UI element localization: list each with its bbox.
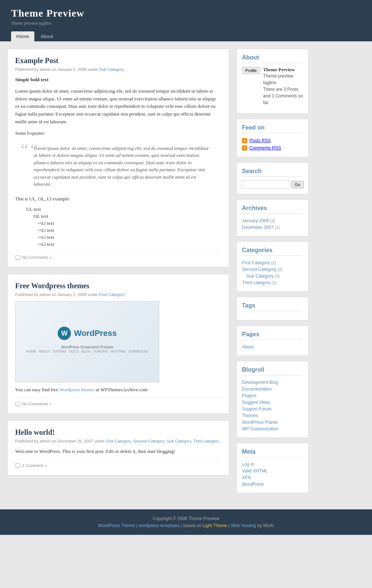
li-item-1: Li text bbox=[37, 220, 221, 226]
bquote-text: Lorem ipsum dolor sit amet, consectetur … bbox=[34, 145, 208, 187]
sidebar-feed: Feed on ● Posts RSS ● Comments RSS bbox=[236, 119, 308, 157]
posts-rss-link[interactable]: Posts RSS bbox=[249, 138, 271, 143]
content-area: Example Post Published by admin on Janua… bbox=[0, 41, 372, 506]
site-tagline: Theme preview tagline bbox=[11, 21, 361, 26]
archive-dec-2007: December 2007 (1) bbox=[242, 224, 303, 231]
post2-body: You can easy find free Wordpress themes … bbox=[15, 386, 221, 394]
search-heading: Search bbox=[242, 168, 303, 177]
no-comments-link-2[interactable]: No Comments » bbox=[22, 402, 51, 406]
bquote-label: Some b-quotes: bbox=[15, 130, 221, 137]
site-footer: Copyright © 2008 Theme Preview WordPress… bbox=[0, 509, 372, 535]
sidebar-tags: Tags bbox=[236, 297, 308, 320]
profile-button[interactable]: Profile bbox=[242, 67, 260, 74]
post-bold-text: Simple bold text bbox=[15, 76, 221, 84]
sidebar-categories: Categories First Category (2) Second Cat… bbox=[236, 241, 308, 292]
meta-heading: Meta bbox=[242, 448, 303, 457]
sidebar: About Profile Theme Preview Theme previe… bbox=[236, 49, 308, 498]
footer-suffix: by Micfo bbox=[257, 523, 274, 528]
li-item-2: Li text bbox=[37, 227, 221, 233]
list-label: This is UL, OL, LI example: bbox=[15, 195, 221, 203]
sidebar-meta: Meta Log in Valid XHTML XFN WordPress bbox=[236, 443, 308, 493]
site-header: Theme Preview Theme preview tagline Home… bbox=[0, 0, 372, 41]
main-nav: Home About bbox=[11, 31, 361, 41]
no-comments-link[interactable]: No Comments » bbox=[22, 255, 51, 259]
meta-login: Log in bbox=[242, 461, 303, 468]
sidebar-blogroll: Blogroll Development Blog Documentation … bbox=[236, 361, 308, 438]
ol-item: OL text bbox=[34, 213, 221, 219]
post3-cat1[interactable]: First Category bbox=[106, 439, 131, 443]
footer-wp-templates[interactable]: wordpress templates bbox=[139, 523, 180, 528]
footer-web-hosting[interactable]: Web Hosting bbox=[231, 523, 256, 528]
nav-home[interactable]: Home bbox=[11, 31, 34, 41]
meta-xhtml: Valid XHTML bbox=[242, 468, 303, 474]
rss-icon-posts: ● bbox=[242, 138, 247, 143]
footer-light-theme[interactable]: Light Theme bbox=[202, 523, 227, 528]
main-content: Example Post Published by admin on Janua… bbox=[7, 49, 229, 498]
search-form: Go bbox=[242, 180, 303, 189]
wp-logo: W WordPress bbox=[58, 327, 117, 340]
post-meta: Published by admin on January 2, 2008 un… bbox=[15, 67, 221, 72]
post-category-link[interactable]: Sub Category bbox=[99, 67, 124, 72]
post-title: Example Post bbox=[15, 56, 221, 65]
li-item-3: Li text bbox=[37, 234, 221, 240]
feed-heading: Feed on bbox=[242, 124, 303, 133]
post-hello-world: Hello world! Published by admin on Decem… bbox=[7, 420, 229, 475]
tags-heading: Tags bbox=[242, 302, 303, 311]
post-wordpress-themes: Free Wordpress themes Published by admin… bbox=[7, 274, 229, 414]
comment-icon bbox=[15, 255, 20, 259]
meta-xfn: XFN bbox=[242, 474, 303, 481]
comment-icon-3 bbox=[15, 463, 20, 467]
post3-cat2[interactable]: Second Category bbox=[133, 439, 164, 443]
wp-themes-link[interactable]: Wordpress themes bbox=[59, 387, 94, 392]
comment-link-1: No Comments » bbox=[15, 251, 221, 259]
blogroll-heading: Blogroll bbox=[242, 367, 303, 375]
blogroll-list: Development Blog Documentation Plugins S… bbox=[242, 379, 303, 432]
archives-list: January 2008 (2) December 2007 (1) bbox=[242, 217, 303, 231]
cat-first: First Category (2) bbox=[242, 259, 303, 266]
footer-copyright: Copyright © 2008 Theme Preview bbox=[7, 516, 365, 521]
nav-about[interactable]: About bbox=[35, 31, 58, 41]
cat-second: Second Category (2) bbox=[242, 266, 303, 273]
comment-link-3-link[interactable]: 1 Comment » bbox=[22, 463, 47, 468]
blogroll-docs: Documentation bbox=[242, 386, 303, 392]
post2-category-link[interactable]: First Category bbox=[99, 292, 125, 297]
blogroll-dev: Development Blog bbox=[242, 379, 303, 386]
categories-heading: Categories bbox=[242, 247, 303, 256]
archives-heading: Archives bbox=[242, 205, 303, 214]
post3-cat3[interactable]: Sub Category bbox=[167, 439, 191, 443]
pages-list: About bbox=[242, 344, 303, 350]
wordpress-screenshot: W WordPress WordPress Screenshot Preview… bbox=[15, 301, 159, 382]
post3-meta: Published by admin on December 26, 2007 … bbox=[15, 439, 221, 443]
footer-wp-theme[interactable]: WordPress Theme bbox=[98, 523, 135, 528]
search-button[interactable]: Go bbox=[291, 181, 304, 188]
page-about: About bbox=[242, 344, 303, 350]
cat-sub: Sub Category (2) bbox=[242, 273, 303, 279]
site-title: Theme Preview bbox=[11, 7, 361, 19]
comment-link-2: No Comments » bbox=[15, 398, 221, 406]
blogroll-wp-custom: WP Customization bbox=[242, 426, 303, 432]
blogroll-themes: Themes bbox=[242, 412, 303, 419]
about-description: Theme preview tagline.There are 3 Posts … bbox=[263, 73, 303, 105]
comments-rss-link[interactable]: Comments RSS bbox=[249, 145, 281, 151]
feed-comments: ● Comments RSS bbox=[242, 144, 303, 152]
archive-jan-2008: January 2008 (2) bbox=[242, 217, 303, 224]
post2-title: Free Wordpress themes bbox=[15, 282, 221, 290]
page-about-link[interactable]: About bbox=[242, 344, 253, 350]
about-heading: About bbox=[242, 54, 303, 63]
sidebar-archives: Archives January 2008 (2) December 2007 … bbox=[236, 199, 308, 236]
post3-body: Welcome to WordPress. This is your first… bbox=[15, 448, 221, 455]
list-example: UL text OL text Li text Li text Li text bbox=[26, 206, 221, 247]
sidebar-about: About Profile Theme Preview Theme previe… bbox=[236, 49, 308, 114]
blogroll-plugins: Plugins bbox=[242, 392, 303, 399]
sidebar-search: Search Go bbox=[236, 162, 308, 194]
search-input[interactable] bbox=[242, 180, 290, 189]
li-item-4: Li text bbox=[37, 241, 221, 247]
comment-icon-2 bbox=[15, 402, 20, 406]
pages-heading: Pages bbox=[242, 331, 303, 340]
post3-cat4[interactable]: Third category bbox=[193, 439, 219, 443]
ul-item: UL text bbox=[26, 206, 221, 212]
post-body: Lorem ipsum dolor sit amet, consectetur … bbox=[15, 87, 221, 126]
categories-list: First Category (2) Second Category (2) S… bbox=[242, 259, 303, 286]
post2-meta: Published by admin on January 1, 2008 un… bbox=[15, 292, 221, 297]
comment-link-3: 1 Comment » bbox=[15, 459, 221, 468]
